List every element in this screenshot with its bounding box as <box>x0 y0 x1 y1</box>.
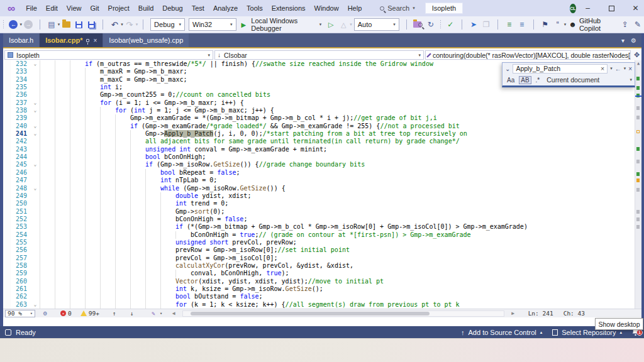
code-line-241[interactable]: 241⌄Gmp->Apply_b_Patch(j, i, 0, 0);/*sta… <box>3 130 641 138</box>
code-line-250[interactable]: 250int trend = 0; <box>3 200 641 207</box>
breakpoint-margin[interactable] <box>3 255 11 262</box>
start-without-debugging-button[interactable]: ▷ <box>325 18 337 31</box>
code-line-248[interactable]: 248⌄while (Gmp->m_isoRow.GetSize()) { <box>3 185 641 192</box>
breakpoint-margin[interactable] <box>3 177 11 184</box>
close-tab-icon[interactable]: × <box>93 37 97 44</box>
menu-test[interactable]: Test <box>187 0 209 16</box>
breakpoint-margin[interactable] <box>3 84 11 91</box>
horizontal-scrollbar[interactable] <box>182 310 504 317</box>
code-line-236[interactable]: 236Gmp->m_count255 = 0;//count on cancel… <box>3 91 641 99</box>
breakpoint-margin[interactable] <box>3 123 11 130</box>
breakpoint-margin[interactable] <box>3 239 11 246</box>
solution-configurations-combo[interactable]: Debug▾ <box>150 18 185 31</box>
code-line-238[interactable]: 238⌄for (int j = 1; j <= Gmp->m_b_maxc; … <box>3 107 641 114</box>
paste-special-button[interactable]: ❐ <box>480 18 492 31</box>
share-button[interactable]: ⇪ <box>619 18 631 31</box>
chevron-down-icon[interactable]: ▾ <box>160 311 162 316</box>
save-button[interactable] <box>72 18 85 31</box>
breakpoint-margin[interactable] <box>3 223 11 231</box>
hot-reload-button[interactable]: △ <box>337 18 350 31</box>
regex-toggle[interactable]: .* <box>534 76 542 84</box>
run-tests-button[interactable]: ✓ <box>444 18 457 31</box>
code-line-249[interactable]: 249double ydist, xdist; <box>3 192 641 200</box>
code-line-237[interactable]: 237⌄for (i = 1; i <= Gmp->m_b_maxr; i++)… <box>3 99 641 107</box>
watch-window-combo[interactable]: Auto▾ <box>354 18 399 31</box>
scroll-up-icon[interactable]: ▲ <box>635 61 641 66</box>
menu-tools[interactable]: Tools <box>242 0 267 16</box>
code-line-245[interactable]: 245⌄if (Gmp->m_isoRow.GetSize()) {//grad… <box>3 161 641 168</box>
navigate-forward-button[interactable]: → <box>22 18 35 31</box>
code-line-246[interactable]: 246bool bRepeat = false; <box>3 169 641 177</box>
menu-edit[interactable]: Edit <box>42 0 62 16</box>
code-line-263[interactable]: 263⌄for (k = 1; k < ksize; k++) {//all s… <box>3 301 641 309</box>
breakpoint-margin[interactable] <box>3 114 11 122</box>
whole-word-toggle[interactable]: AB <box>519 76 531 84</box>
breakpoint-margin[interactable] <box>3 278 11 285</box>
navigate-cursor-button[interactable]: ➤ <box>467 18 480 31</box>
breakpoint-margin[interactable] <box>3 192 11 200</box>
github-copilot-button[interactable]: ☻ GitHub Copilot <box>566 18 619 31</box>
split-editor-icon[interactable]: ✥ <box>633 52 640 58</box>
menu-help[interactable]: Help <box>343 0 367 16</box>
chevron-down-icon[interactable]: ▾ <box>136 22 138 27</box>
find-input[interactable]: Apply_b_Patch × <box>513 64 608 74</box>
code-line-254[interactable]: 254bConOnHigh = true;// (grade on contou… <box>3 231 641 239</box>
find-next-icon[interactable]: ← <box>615 65 621 72</box>
code-line-260[interactable]: 260Vector(xdist, ydist, xdist, ydist);//… <box>3 278 641 285</box>
close-button[interactable]: ✕ <box>624 0 644 16</box>
breakpoint-margin[interactable] <box>3 216 11 223</box>
code-line-239[interactable]: 239Gmp->m_examGrade = *(Gmp->m_bitmap + … <box>3 114 641 122</box>
project-dropdown[interactable]: Isopleth ▾ <box>4 50 213 60</box>
breakpoint-margin[interactable] <box>3 246 11 254</box>
chevron-down-icon[interactable]: ▾ <box>350 22 352 27</box>
add-to-source-control-button[interactable]: Add to Source Control <box>469 329 536 336</box>
code-line-252[interactable]: 252bConOnHigh = false; <box>3 216 641 223</box>
class-dropdown[interactable]: ↓ CIsobar ▾ <box>214 50 424 60</box>
hscroll-left-icon[interactable]: ◀ <box>167 307 180 318</box>
code-line-256[interactable]: 256prevRow = Gmp->m_isoRow[0];//set init… <box>3 246 641 254</box>
solution-platforms-combo[interactable]: Win32▾ <box>189 18 236 31</box>
breakpoint-margin[interactable] <box>3 76 11 84</box>
code-line-244[interactable]: 244bool bConOnHigh; <box>3 153 641 161</box>
increase-indent-button[interactable]: ≡ <box>516 18 528 31</box>
breakpoint-margin[interactable] <box>3 262 11 270</box>
code-line-251[interactable]: 251Gmp->sort(0); <box>3 208 641 216</box>
breakpoint-margin[interactable] <box>3 161 11 168</box>
code-line-258[interactable]: 258calculatXyCor(prevRow, prevCol, &ydis… <box>3 262 641 270</box>
toolbar-grip[interactable] <box>440 19 441 30</box>
fold-chevron-icon[interactable]: ⌄ <box>31 161 40 168</box>
find-scope[interactable]: Current document <box>547 76 599 84</box>
code-line-253[interactable]: 253if (*(Gmp->m_bitmap + Gmp->m_b_col * … <box>3 223 641 231</box>
fold-chevron-icon[interactable]: ⌄ <box>31 60 40 68</box>
breakpoint-margin[interactable] <box>3 68 11 75</box>
next-issue-button[interactable]: ↓ <box>126 307 138 318</box>
breakpoint-margin[interactable] <box>3 200 11 207</box>
sync-with-active-document-button[interactable]: ↻ <box>425 18 437 31</box>
hscroll-right-icon[interactable]: ▶ <box>507 307 519 318</box>
code-line-262[interactable]: 262bool bOutstand = false; <box>3 293 641 300</box>
minimize-button[interactable]: – <box>576 0 600 16</box>
warning-count[interactable]: 99+ <box>80 310 99 317</box>
line-indicator[interactable]: Ln: 241 <box>528 310 553 317</box>
expand-find-icon[interactable]: ⌄ <box>505 65 510 72</box>
menu-analyze[interactable]: Analyze <box>209 0 242 16</box>
breakpoint-margin[interactable] <box>3 285 11 293</box>
zoom-combo[interactable]: 90 %▾ <box>5 310 35 317</box>
toolbar-grip[interactable] <box>3 19 4 30</box>
health-indicator-icon[interactable]: ⚙ <box>39 307 52 318</box>
close-find-icon[interactable]: × <box>628 65 632 72</box>
avatar[interactable]: CL <box>570 4 575 13</box>
code-line-240[interactable]: 240⌄if (Gmp->m_examGrade/*grade loaded*/… <box>3 123 641 130</box>
horizontal-scroll-thumb[interactable] <box>191 312 430 315</box>
menu-file[interactable]: File <box>21 0 42 16</box>
menu-git[interactable]: Git <box>86 0 103 16</box>
menu-debug[interactable]: Debug <box>158 0 187 16</box>
feedback-button[interactable]: ✎ <box>631 18 644 31</box>
code-line-255[interactable]: 255unsigned short prevCol, prevRow; <box>3 239 641 246</box>
redo-button[interactable]: ↷ <box>123 18 136 31</box>
code-line-242[interactable]: 242all adjacent bits for same grade unti… <box>3 138 641 145</box>
breakpoint-margin[interactable] <box>3 301 11 309</box>
clear-icon[interactable]: × <box>601 65 604 72</box>
tab-list-dropdown-icon[interactable]: ▾ <box>621 37 625 44</box>
fold-chevron-icon[interactable]: ⌄ <box>31 301 40 309</box>
